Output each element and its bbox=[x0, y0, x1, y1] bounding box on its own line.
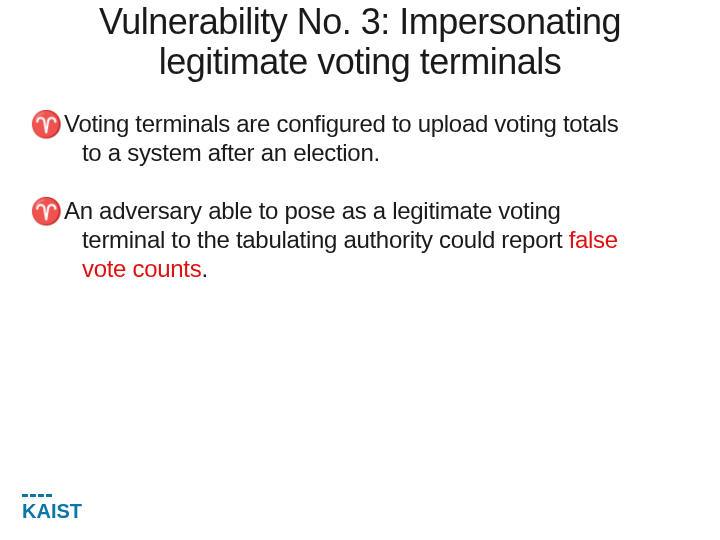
emphasis-text: false bbox=[569, 226, 618, 253]
svg-rect-0 bbox=[22, 494, 28, 497]
svg-rect-1 bbox=[30, 494, 36, 497]
bullet-item: ♈ Voting terminals are configured to upl… bbox=[30, 109, 690, 168]
bullet-text: Voting terminals are configured to uploa… bbox=[64, 109, 619, 168]
kaist-logo: KAIST bbox=[22, 492, 118, 522]
bullet-text: An adversary able to pose as a legitimat… bbox=[64, 196, 618, 284]
bullet-line: An adversary able to pose as a legitimat… bbox=[64, 197, 561, 224]
svg-rect-3 bbox=[46, 494, 52, 497]
bullet-line: to a system after an election. bbox=[64, 138, 619, 167]
bullet-line: Voting terminals are configured to uploa… bbox=[64, 110, 619, 137]
slide-title: Vulnerability No. 3: Impersonating legit… bbox=[30, 0, 690, 81]
aries-icon: ♈ bbox=[30, 198, 62, 224]
svg-rect-2 bbox=[38, 494, 44, 497]
bullet-item: ♈ An adversary able to pose as a legitim… bbox=[30, 196, 690, 284]
aries-icon: ♈ bbox=[30, 111, 62, 137]
bullet-line: terminal to the tabulating authority cou… bbox=[64, 225, 618, 254]
logo-icon: KAIST bbox=[22, 492, 118, 522]
slide: Vulnerability No. 3: Impersonating legit… bbox=[0, 0, 720, 540]
emphasis-text: vote counts bbox=[82, 255, 201, 282]
text-fragment: terminal to the tabulating authority cou… bbox=[82, 226, 569, 253]
logo-text: KAIST bbox=[22, 500, 82, 522]
slide-body: ♈ Voting terminals are configured to upl… bbox=[30, 109, 690, 283]
text-fragment: . bbox=[201, 255, 207, 282]
bullet-line: vote counts. bbox=[64, 254, 618, 283]
